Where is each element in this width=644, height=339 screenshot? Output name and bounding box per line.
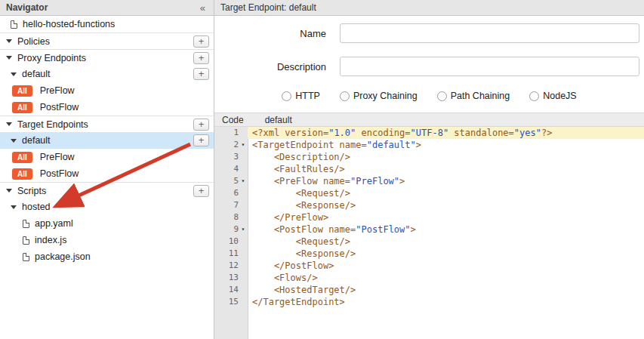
radio-label: Path Chaining bbox=[451, 91, 510, 101]
code-line[interactable]: 6 <Request/> bbox=[214, 187, 644, 199]
chevron-down-icon bbox=[6, 122, 12, 126]
file-icon bbox=[23, 220, 29, 228]
radio-label: Proxy Chaining bbox=[353, 91, 418, 101]
add-policy-button[interactable]: + bbox=[193, 35, 209, 48]
line-number: 4 bbox=[214, 163, 248, 175]
name-row: Name bbox=[214, 23, 644, 43]
description-row: Description bbox=[214, 57, 644, 76]
code-line-text: <?xml version="1.0" encoding="UTF-8" sta… bbox=[248, 127, 644, 139]
radio-label: HTTP bbox=[295, 91, 320, 101]
code-line-text: <Flows/> bbox=[248, 272, 644, 284]
code-line-text: <PreFlow name="PreFlow"> bbox=[248, 175, 644, 187]
radio-icon bbox=[340, 91, 350, 101]
code-line[interactable]: 1<?xml version="1.0" encoding="UTF-8" st… bbox=[214, 127, 644, 139]
code-line[interactable]: 2▾<TargetEndpoint name="default"> bbox=[214, 139, 644, 151]
file-label: index.js bbox=[35, 235, 66, 245]
chevron-down-icon bbox=[11, 139, 17, 143]
line-number: 7 bbox=[214, 199, 248, 211]
file-label: app.yaml bbox=[35, 218, 73, 229]
navigator-panel: Navigator « hello-hosted-functions Polic… bbox=[0, 0, 214, 339]
radio-label: NodeJS bbox=[543, 91, 576, 101]
collapse-panel-button[interactable]: « bbox=[198, 2, 208, 14]
tree-item-proxy-preflow[interactable]: All PreFlow bbox=[0, 82, 214, 99]
code-line[interactable]: 14 <HostedTarget/> bbox=[214, 284, 644, 296]
line-number: 10 bbox=[214, 236, 248, 248]
tree-item-hosted-folder[interactable]: hosted bbox=[0, 199, 214, 215]
chevron-down-icon bbox=[6, 189, 12, 193]
name-label: Name bbox=[214, 28, 326, 39]
detail-header: Target Endpoint: default bbox=[214, 0, 644, 16]
code-line[interactable]: 15</TargetEndpoint> bbox=[214, 296, 644, 308]
line-number: 5▾ bbox=[214, 175, 248, 187]
tree-item-proxy-endpoint-default[interactable]: default + bbox=[0, 66, 214, 82]
radio-icon bbox=[529, 91, 539, 101]
code-line[interactable]: 5▾ <PreFlow name="PreFlow"> bbox=[214, 175, 644, 187]
code-file-label: default bbox=[265, 115, 292, 125]
code-line[interactable]: 13 <Flows/> bbox=[214, 272, 644, 284]
add-proxy-endpoint-button[interactable]: + bbox=[193, 52, 209, 64]
code-editor[interactable]: 1<?xml version="1.0" encoding="UTF-8" st… bbox=[214, 127, 644, 339]
code-line[interactable]: 3 <Description/> bbox=[214, 151, 644, 163]
line-number: 1 bbox=[214, 127, 248, 139]
fold-arrow-icon[interactable]: ▾ bbox=[239, 175, 248, 187]
flow-label: PreFlow bbox=[40, 152, 75, 162]
radio-proxy-chaining[interactable]: Proxy Chaining bbox=[340, 91, 418, 101]
tree-item-file-app-yaml[interactable]: app.yaml bbox=[0, 215, 214, 232]
detail-title: Target Endpoint: default bbox=[220, 2, 316, 13]
section-label: Scripts bbox=[17, 186, 46, 196]
file-icon bbox=[23, 253, 29, 261]
fold-arrow-icon[interactable]: ▾ bbox=[239, 139, 248, 151]
line-number: 6 bbox=[214, 187, 248, 199]
detail-panel: Target Endpoint: default Name Descriptio… bbox=[214, 0, 644, 339]
add-script-button[interactable]: + bbox=[193, 185, 209, 197]
flow-label: PreFlow bbox=[40, 85, 75, 96]
description-label: Description bbox=[214, 61, 326, 72]
section-target-endpoints[interactable]: Target Endpoints + bbox=[0, 116, 214, 132]
radio-http[interactable]: HTTP bbox=[282, 91, 320, 101]
line-number: 2▾ bbox=[214, 139, 248, 151]
section-label: Target Endpoints bbox=[17, 119, 88, 130]
target-type-radios: HTTP Proxy Chaining Path Chaining NodeJS bbox=[214, 90, 644, 102]
section-label: Proxy Endpoints bbox=[17, 53, 86, 63]
code-line-text: <Description/> bbox=[248, 151, 644, 163]
code-line[interactable]: 7 <Response/> bbox=[214, 199, 644, 211]
tree-item-target-postflow[interactable]: All PostFlow bbox=[0, 165, 214, 182]
code-line[interactable]: 10 <Request/> bbox=[214, 236, 644, 248]
section-proxy-endpoints[interactable]: Proxy Endpoints + bbox=[0, 49, 214, 66]
add-flow-button[interactable]: + bbox=[193, 134, 209, 146]
tree-item-target-endpoint-default[interactable]: default + bbox=[0, 132, 214, 149]
code-line-text: </PostFlow> bbox=[248, 260, 644, 272]
section-policies[interactable]: Policies + bbox=[0, 32, 214, 49]
tree-item-file-index-js[interactable]: index.js bbox=[0, 232, 214, 248]
flow-label: PostFlow bbox=[40, 102, 79, 112]
fold-arrow-icon[interactable]: ▾ bbox=[239, 223, 248, 236]
code-header: Code default bbox=[214, 112, 644, 127]
line-number: 14 bbox=[214, 284, 248, 296]
code-line[interactable]: 12 </PostFlow> bbox=[214, 260, 644, 272]
add-flow-button[interactable]: + bbox=[193, 68, 209, 80]
line-number: 11 bbox=[214, 248, 248, 260]
code-line[interactable]: 4 <FaultRules/> bbox=[214, 163, 644, 175]
tree-item-target-preflow[interactable]: All PreFlow bbox=[0, 149, 214, 165]
radio-nodejs[interactable]: NodeJS bbox=[529, 91, 576, 101]
tree-item-proxy-root[interactable]: hello-hosted-functions bbox=[0, 16, 214, 32]
name-input[interactable] bbox=[340, 23, 639, 43]
code-line-text: <PostFlow name="PostFlow"> bbox=[248, 223, 644, 236]
code-line-text: <HostedTarget/> bbox=[248, 284, 644, 296]
section-scripts[interactable]: Scripts + bbox=[0, 182, 214, 199]
code-line[interactable]: 11 <Response/> bbox=[214, 248, 644, 260]
radio-path-chaining[interactable]: Path Chaining bbox=[437, 91, 510, 101]
line-number: 3 bbox=[214, 151, 248, 163]
line-number: 9▾ bbox=[214, 223, 248, 236]
endpoint-form: Name Description HTTP Proxy Chaining P bbox=[214, 16, 644, 112]
tree-item-proxy-postflow[interactable]: All PostFlow bbox=[0, 99, 214, 116]
code-line[interactable]: 9▾ <PostFlow name="PostFlow"> bbox=[214, 223, 644, 236]
code-line[interactable]: 8 </PreFlow> bbox=[214, 211, 644, 223]
description-input[interactable] bbox=[340, 57, 639, 76]
code-line-text: <Response/> bbox=[248, 248, 644, 260]
file-label: package.json bbox=[35, 251, 91, 262]
tree-item-file-package-json[interactable]: package.json bbox=[0, 248, 214, 265]
add-target-endpoint-button[interactable]: + bbox=[193, 119, 209, 131]
file-icon bbox=[11, 20, 17, 29]
navigator-title: Navigator bbox=[6, 2, 48, 13]
